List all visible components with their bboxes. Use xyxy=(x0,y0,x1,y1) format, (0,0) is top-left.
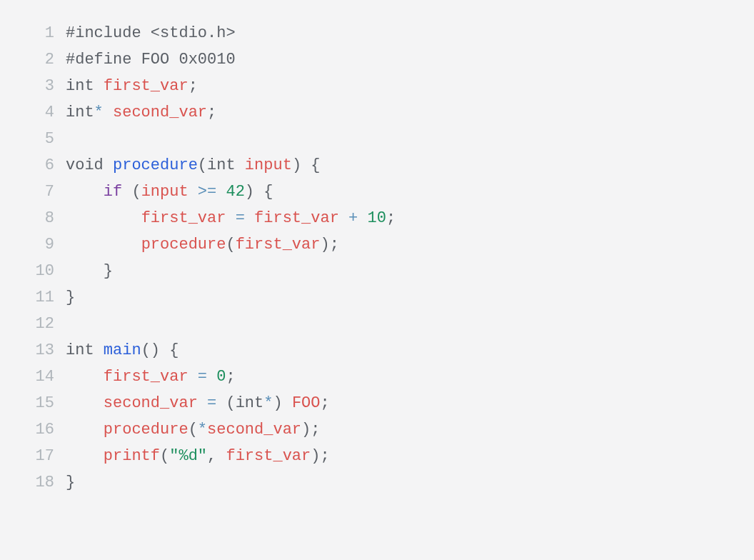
line-number: 12 xyxy=(14,311,66,337)
code-token: { xyxy=(263,183,273,201)
code-line-content: second_var = (int*) FOO; xyxy=(66,390,740,416)
code-line: 13int main() { xyxy=(14,337,740,364)
code-token xyxy=(283,394,292,412)
code-token xyxy=(66,209,141,227)
code-line-content: #define FOO 0x0010 xyxy=(66,46,740,73)
code-token: ) xyxy=(320,236,329,254)
code-token: ; xyxy=(320,447,329,465)
code-token: #define xyxy=(66,51,131,69)
code-line-content: int main() { xyxy=(66,337,740,364)
line-number: 2 xyxy=(14,46,66,73)
line-number: 7 xyxy=(14,179,66,205)
code-token: >= xyxy=(198,183,216,201)
code-token: { xyxy=(311,156,320,174)
code-token xyxy=(122,183,131,201)
code-line: 1#include <stdio.h> xyxy=(14,20,740,46)
code-token: first_var xyxy=(104,77,188,95)
code-line-content: } xyxy=(66,469,740,496)
code-line-content xyxy=(66,126,740,152)
code-token: ; xyxy=(330,236,339,254)
code-token xyxy=(245,209,254,227)
code-token: int xyxy=(66,341,94,359)
code-token: ( xyxy=(226,236,235,254)
code-token xyxy=(66,262,104,280)
code-line: 12 xyxy=(14,311,740,337)
code-token xyxy=(66,447,104,465)
code-token: { xyxy=(169,341,179,359)
code-line: 14 first_var = 0; xyxy=(14,364,740,390)
code-token xyxy=(216,183,226,201)
code-token: ) xyxy=(151,341,160,359)
line-number: 4 xyxy=(14,99,66,126)
code-token: * xyxy=(263,394,273,412)
code-token xyxy=(301,156,311,174)
code-token: ) xyxy=(273,394,282,412)
code-line: 18} xyxy=(14,469,740,496)
code-line-content: first_var = first_var + 10; xyxy=(66,205,740,231)
code-token xyxy=(66,236,141,254)
code-token: 42 xyxy=(226,183,244,201)
code-token: second_var xyxy=(207,421,301,439)
code-line: 4int* second_var; xyxy=(14,99,740,126)
code-token: ; xyxy=(311,421,320,439)
line-number: 8 xyxy=(14,205,66,231)
code-token: ; xyxy=(188,77,198,95)
code-token: } xyxy=(66,474,75,491)
code-token: int xyxy=(66,77,94,95)
code-token: int xyxy=(66,104,94,121)
code-token: procedure xyxy=(113,156,198,174)
code-token: = xyxy=(207,394,216,412)
code-line-content: procedure(first_var); xyxy=(66,231,740,258)
code-line: 17 printf("%d", first_var); xyxy=(14,443,740,469)
code-token: "%d" xyxy=(169,447,207,465)
code-token: 10 xyxy=(368,209,386,227)
code-token xyxy=(226,209,235,227)
code-line-content: procedure(*second_var); xyxy=(66,416,740,443)
code-token: + xyxy=(348,209,358,227)
line-number: 15 xyxy=(14,390,66,416)
line-number: 13 xyxy=(14,337,66,364)
code-line-content: } xyxy=(66,284,740,311)
code-line-content: int first_var; xyxy=(66,73,740,99)
code-block: 1#include <stdio.h>2#define FOO 0x00103i… xyxy=(0,0,754,516)
code-token: ) xyxy=(301,421,311,439)
code-token xyxy=(94,77,104,95)
code-token xyxy=(160,341,169,359)
code-token xyxy=(188,183,198,201)
code-line: 9 procedure(first_var); xyxy=(14,231,740,258)
code-token: ( xyxy=(141,341,151,359)
line-number: 14 xyxy=(14,364,66,390)
code-token: ) xyxy=(292,156,301,174)
code-line: 2#define FOO 0x0010 xyxy=(14,46,740,73)
code-line: 3int first_var; xyxy=(14,73,740,99)
code-line: 6void procedure(int input) { xyxy=(14,152,740,179)
code-token: ; xyxy=(320,394,329,412)
code-token xyxy=(131,51,141,69)
code-token xyxy=(254,183,263,201)
code-line: 11} xyxy=(14,284,740,311)
code-token: ( xyxy=(198,156,207,174)
code-line-content: printf("%d", first_var); xyxy=(66,443,740,469)
code-token: ) xyxy=(311,447,320,465)
code-token xyxy=(104,156,113,174)
code-token: first_var xyxy=(141,209,226,227)
code-token: } xyxy=(104,262,113,280)
code-token xyxy=(207,368,216,386)
code-token: FOO xyxy=(141,51,170,69)
code-line-content: if (input >= 42) { xyxy=(66,179,740,205)
code-token: ( xyxy=(131,183,141,201)
code-line-content: int* second_var; xyxy=(66,99,740,126)
code-token xyxy=(94,341,104,359)
code-token: int xyxy=(236,394,264,412)
code-token: first_var xyxy=(254,209,339,227)
code-line: 15 second_var = (int*) FOO; xyxy=(14,390,740,416)
code-token xyxy=(66,394,104,412)
code-line: 10 } xyxy=(14,258,740,284)
code-token: ( xyxy=(188,421,198,439)
code-token xyxy=(358,209,367,227)
line-number: 6 xyxy=(14,152,66,179)
code-token: first_var xyxy=(104,368,188,386)
code-token xyxy=(66,421,104,439)
code-line: 5 xyxy=(14,126,740,152)
code-token: second_var xyxy=(104,394,198,412)
